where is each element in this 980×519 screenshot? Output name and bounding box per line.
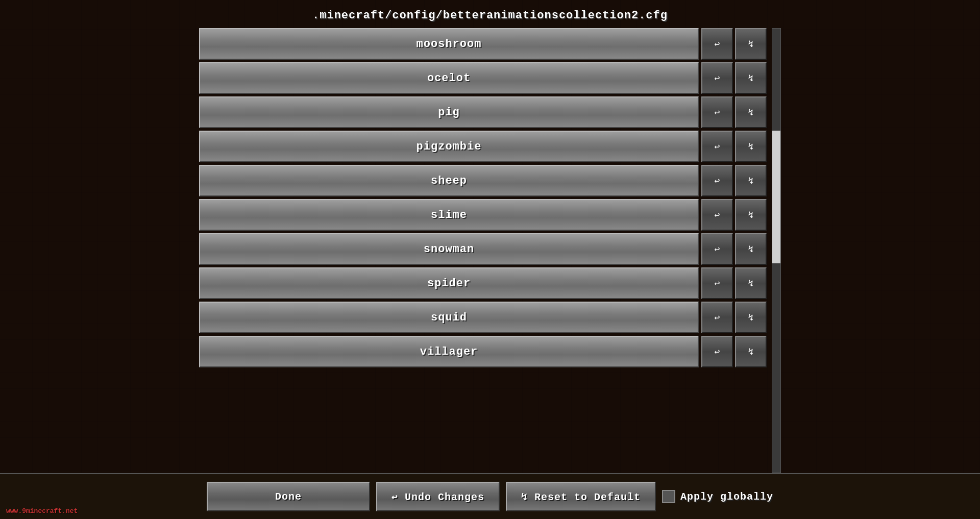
- undo-icon-squid[interactable]: ↩: [701, 302, 733, 333]
- list-item: squid↩↯: [199, 302, 767, 333]
- reset-icon-mooshroom[interactable]: ↯: [735, 28, 767, 60]
- reset-icon-pig[interactable]: ↯: [735, 96, 767, 128]
- done-button[interactable]: Done: [207, 482, 370, 511]
- list-item: snowman↩↯: [199, 233, 767, 265]
- list-item: ocelot↩↯: [199, 62, 767, 94]
- list-item: spider↩↯: [199, 267, 767, 299]
- item-button-mooshroom[interactable]: mooshroom: [199, 28, 699, 60]
- list-item: mooshroom↩↯: [199, 28, 767, 60]
- undo-icon-mooshroom[interactable]: ↩: [701, 28, 733, 60]
- reset-icon-ocelot[interactable]: ↯: [735, 62, 767, 94]
- scrollbar-track: [772, 28, 781, 473]
- list-area: mooshroom↩↯ocelot↩↯pig↩↯pigzombie↩↯sheep…: [199, 28, 781, 473]
- undo-icon-pigzombie[interactable]: ↩: [701, 131, 733, 162]
- reset-to-default-button[interactable]: ↯ Reset to Default: [506, 482, 656, 511]
- list-item: slime↩↯: [199, 199, 767, 231]
- undo-icon-sheep[interactable]: ↩: [701, 165, 733, 196]
- item-button-sheep[interactable]: sheep: [199, 165, 699, 196]
- apply-globally-label: Apply globally: [680, 491, 773, 503]
- list-scroll[interactable]: mooshroom↩↯ocelot↩↯pig↩↯pigzombie↩↯sheep…: [199, 28, 769, 473]
- undo-icon-pig[interactable]: ↩: [701, 96, 733, 128]
- list-item: villager↩↯: [199, 336, 767, 367]
- reset-icon-spider[interactable]: ↯: [735, 267, 767, 299]
- list-item: pigzombie↩↯: [199, 131, 767, 162]
- undo-icon-snowman[interactable]: ↩: [701, 233, 733, 265]
- side-buttons-ocelot: ↩↯: [701, 62, 767, 94]
- item-button-pig[interactable]: pig: [199, 96, 699, 128]
- item-button-snowman[interactable]: snowman: [199, 233, 699, 265]
- side-buttons-slime: ↩↯: [701, 199, 767, 231]
- page-title: .minecraft/config/betteranimationscollec…: [312, 0, 668, 28]
- side-buttons-mooshroom: ↩↯: [701, 28, 767, 60]
- watermark: www.9minecraft.net: [6, 507, 78, 515]
- undo-icon-spider[interactable]: ↩: [701, 267, 733, 299]
- list-item: sheep↩↯: [199, 165, 767, 196]
- side-buttons-sheep: ↩↯: [701, 165, 767, 196]
- side-buttons-pigzombie: ↩↯: [701, 131, 767, 162]
- side-buttons-villager: ↩↯: [701, 336, 767, 367]
- undo-changes-button[interactable]: ↩ Undo Changes: [376, 482, 500, 511]
- reset-icon-squid[interactable]: ↯: [735, 302, 767, 333]
- reset-icon-sheep[interactable]: ↯: [735, 165, 767, 196]
- item-button-villager[interactable]: villager: [199, 336, 699, 367]
- apply-globally-checkbox[interactable]: [662, 490, 675, 503]
- reset-icon-snowman[interactable]: ↯: [735, 233, 767, 265]
- side-buttons-squid: ↩↯: [701, 302, 767, 333]
- item-button-pigzombie[interactable]: pigzombie: [199, 131, 699, 162]
- undo-icon-slime[interactable]: ↩: [701, 199, 733, 231]
- side-buttons-pig: ↩↯: [701, 96, 767, 128]
- undo-icon-ocelot[interactable]: ↩: [701, 62, 733, 94]
- undo-icon-villager[interactable]: ↩: [701, 336, 733, 367]
- item-button-spider[interactable]: spider: [199, 267, 699, 299]
- reset-icon-slime[interactable]: ↯: [735, 199, 767, 231]
- reset-icon-pigzombie[interactable]: ↯: [735, 131, 767, 162]
- apply-globally-container: Apply globally: [662, 490, 773, 503]
- list-item: pig↩↯: [199, 96, 767, 128]
- item-button-ocelot[interactable]: ocelot: [199, 62, 699, 94]
- side-buttons-snowman: ↩↯: [701, 233, 767, 265]
- item-button-slime[interactable]: slime: [199, 199, 699, 231]
- item-button-squid[interactable]: squid: [199, 302, 699, 333]
- side-buttons-spider: ↩↯: [701, 267, 767, 299]
- bottom-bar: Done ↩ Undo Changes ↯ Reset to Default A…: [0, 473, 980, 519]
- reset-icon-villager[interactable]: ↯: [735, 336, 767, 367]
- scrollbar-thumb[interactable]: [772, 131, 780, 263]
